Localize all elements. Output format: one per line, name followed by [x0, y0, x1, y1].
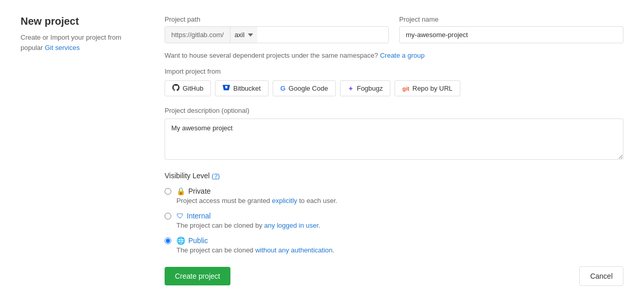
google-icon: G: [280, 84, 285, 92]
page-description: Create or Import your project from popul…: [21, 32, 134, 53]
public-label: Public: [188, 236, 208, 245]
project-name-group: Project name: [399, 15, 623, 43]
repo-by-url-label: Repo by URL: [413, 84, 453, 92]
project-path-group: Project path https://gitlab.com/ axil: [165, 15, 389, 43]
internal-label: Internal: [187, 212, 211, 220]
path-name-row: Project path https://gitlab.com/ axil Pr…: [165, 15, 623, 43]
bitbucket-label: Bitbucket: [233, 84, 260, 92]
visibility-title: Visibility Level (?): [165, 172, 623, 180]
fogbugz-icon: ✦: [348, 84, 354, 93]
action-buttons: Create project Cancel: [165, 266, 623, 286]
import-fogbugz-button[interactable]: ✦ Fogbugz: [340, 80, 391, 96]
bitbucket-icon: [223, 84, 230, 93]
lock-icon: 🔒: [176, 187, 185, 195]
project-path-label: Project path: [165, 15, 389, 23]
shield-icon: 🛡: [176, 212, 184, 220]
git-icon: git: [402, 86, 409, 92]
visibility-help-link[interactable]: (?): [212, 172, 220, 180]
import-github-button[interactable]: GitHub: [165, 80, 211, 96]
description-textarea[interactable]: My awesome project: [165, 118, 623, 160]
project-name-label: Project name: [399, 15, 623, 23]
globe-icon: 🌐: [176, 236, 185, 245]
fogbugz-label: Fogbugz: [357, 84, 383, 92]
private-radio[interactable]: [165, 188, 171, 195]
visibility-section: Visibility Level (?) 🔒 Private Project a…: [165, 172, 623, 254]
right-panel: Project path https://gitlab.com/ axil Pr…: [165, 15, 623, 286]
import-google-code-button[interactable]: G Google Code: [273, 80, 336, 96]
left-panel: New project Create or Import your projec…: [21, 15, 134, 286]
import-buttons-group: GitHub Bitbucket G Google Code ✦ Fogbugz…: [165, 80, 623, 96]
import-bitbucket-button[interactable]: Bitbucket: [215, 80, 268, 96]
git-services-link[interactable]: Git services: [45, 44, 80, 52]
public-radio[interactable]: [165, 237, 171, 244]
google-code-label: Google Code: [289, 84, 328, 92]
page-title: New project: [21, 15, 134, 27]
project-name-input[interactable]: [399, 26, 623, 43]
import-repo-by-url-button[interactable]: git Repo by URL: [395, 80, 460, 96]
public-description: The project can be cloned without any au…: [176, 246, 334, 254]
path-prefix: https://gitlab.com/: [165, 27, 230, 43]
cancel-button[interactable]: Cancel: [579, 266, 623, 286]
create-project-button[interactable]: Create project: [165, 267, 230, 285]
namespace-hint: Want to house several dependent projects…: [165, 52, 623, 59]
path-input-group: https://gitlab.com/ axil: [165, 26, 389, 43]
private-label: Private: [188, 187, 211, 195]
github-label: GitHub: [183, 84, 203, 92]
namespace-select[interactable]: axil: [230, 27, 257, 43]
import-section-label: Import project from: [165, 67, 623, 75]
create-group-link[interactable]: Create a group: [380, 52, 425, 59]
visibility-private-option: 🔒 Private Project access must be granted…: [165, 187, 623, 205]
private-description: Project access must be granted explicitl…: [176, 197, 337, 205]
visibility-public-option: 🌐 Public The project can be cloned witho…: [165, 236, 623, 254]
internal-description: The project can be cloned by any logged …: [176, 222, 320, 229]
description-label: Project description (optional): [165, 107, 623, 114]
internal-radio[interactable]: [165, 213, 171, 219]
github-icon: [172, 84, 180, 93]
visibility-internal-option: 🛡 Internal The project can be cloned by …: [165, 212, 623, 229]
